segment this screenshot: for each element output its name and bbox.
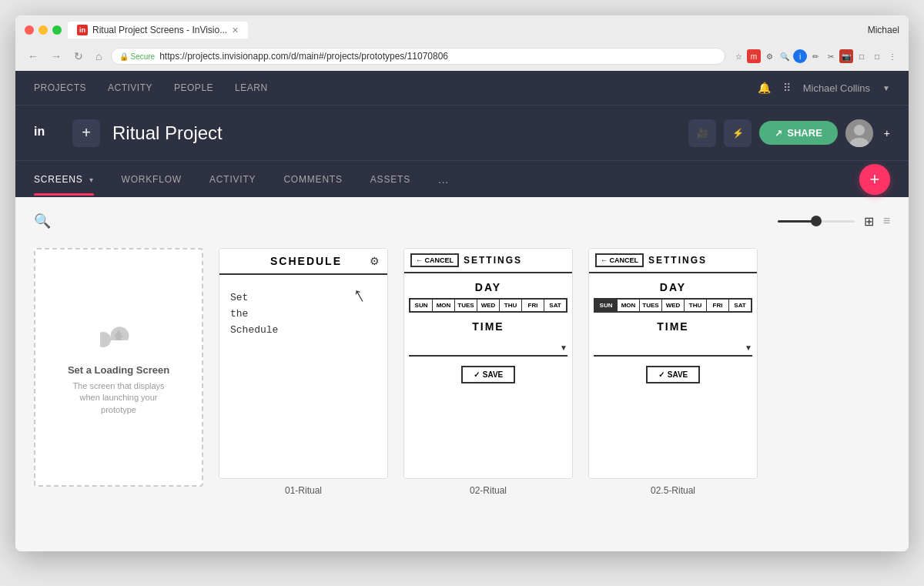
screen-card-02[interactable]: ← CANCEL SETTINGS DAY SUN MON TUES WED T… <box>403 248 573 496</box>
save-btn-025: ✓ SAVE <box>646 366 701 383</box>
browser-action-icons: ☆ m ⚙ 🔍 i ✏ ✂ 📷 □ □ ⋮ <box>732 49 899 63</box>
browser-toolbar: ← → ↻ ⌂ 🔒 Secure https://projects.invisi… <box>15 45 909 71</box>
apps-grid-icon[interactable]: ⠿ <box>783 82 791 94</box>
extension-icon-4[interactable]: i <box>793 49 807 63</box>
extension-icon-6[interactable]: ✂ <box>824 49 838 63</box>
maximize-dot[interactable] <box>52 25 62 35</box>
app-user-name[interactable]: Michael Collins <box>803 82 870 94</box>
avatar-image <box>845 119 873 147</box>
browser-tab[interactable]: in Ritual Project Screens - InVisio... ✕ <box>68 22 248 39</box>
extension-icon-3[interactable]: 🔍 <box>778 49 792 63</box>
add-new-screen-btn[interactable]: + <box>859 164 890 195</box>
tab-activity[interactable]: ACTIVITY <box>209 174 256 196</box>
placeholder-title: Set a Loading Screen <box>68 364 169 376</box>
extension-icon-9[interactable]: □ <box>870 49 884 63</box>
extension-icon-8[interactable]: □ <box>855 49 869 63</box>
size-slider[interactable] <box>778 220 855 223</box>
bookmark-icon[interactable]: ☆ <box>732 49 745 63</box>
settings-label-025: SETTINGS <box>648 255 707 266</box>
tab-workflow[interactable]: WORKFLOW <box>122 174 182 196</box>
plus-icon: + <box>82 124 91 142</box>
nav-activity[interactable]: ACTIVITY <box>108 79 152 96</box>
top-nav: PROJECTS ACTIVITY PEOPLE LEARN 🔔 ⠿ Micha… <box>15 71 909 105</box>
time-dropdown-icon-025: ▼ <box>745 343 752 352</box>
screen-card-01[interactable]: SCHEDULE ⚙ ↑ SettheSchedule 01-Ritual <box>219 248 388 496</box>
day-sat-025: SAT <box>729 300 751 311</box>
sketch-cancel-bar-025: ← CANCEL SETTINGS <box>589 249 757 273</box>
day-label-02: DAY <box>404 281 572 293</box>
lightning-icon: ⚡ <box>732 128 744 139</box>
loading-screen-placeholder[interactable]: Set a Loading Screen The screen that dis… <box>34 248 203 487</box>
extension-icon-5[interactable]: ✏ <box>808 49 822 63</box>
day-tue-025: TUES <box>640 300 662 311</box>
lock-icon: 🔒 <box>119 52 129 61</box>
tab-title: Ritual Project Screens - InVisio... <box>92 25 227 35</box>
invision-favicon: in <box>77 25 88 35</box>
home-button[interactable]: ⌂ <box>92 49 105 64</box>
nav-projects[interactable]: PROJECTS <box>34 79 86 96</box>
share-button[interactable]: ↗ SHARE <box>759 121 838 145</box>
nav-learn[interactable]: LEARN <box>235 79 268 96</box>
time-label-02: TIME <box>404 320 572 333</box>
toolbar-right: ⊞ ≡ <box>778 214 890 229</box>
screen-thumb-025: ← CANCEL SETTINGS DAY SUN MON TUES WED T… <box>588 248 758 479</box>
minimize-dot[interactable] <box>38 25 48 35</box>
notification-icon[interactable]: 🔔 <box>758 82 771 94</box>
time-section-02: ▼ <box>409 340 567 357</box>
tab-assets[interactable]: ASSETS <box>370 174 410 196</box>
user-avatar[interactable] <box>845 119 873 147</box>
tab-bar: SCREENS ▾ WORKFLOW ACTIVITY COMMENTS ASS… <box>15 160 909 197</box>
tab-close-btn[interactable]: ✕ <box>232 25 239 35</box>
add-screen-plus-btn[interactable]: + <box>72 119 100 147</box>
lightning-button[interactable]: ⚡ <box>724 119 752 147</box>
share-icon: ↗ <box>775 128 782 139</box>
day-tue-02: TUES <box>455 300 477 311</box>
close-dot[interactable] <box>25 25 34 35</box>
nav-people[interactable]: PEOPLE <box>174 79 213 96</box>
browser-titlebar: in Ritual Project Screens - InVisio... ✕… <box>15 15 909 45</box>
plus-label[interactable]: + <box>884 127 890 139</box>
secure-label: Secure <box>130 52 155 61</box>
day-mon-02: MON <box>433 300 455 311</box>
day-thu-025: THU <box>685 300 707 311</box>
video-button[interactable]: 🎥 <box>688 119 716 147</box>
reload-button[interactable]: ↻ <box>71 49 86 64</box>
day-label-025: DAY <box>589 281 757 293</box>
save-btn-02: ✓ SAVE <box>461 366 516 383</box>
user-dropdown-icon[interactable]: ▼ <box>882 84 890 92</box>
tab-screens[interactable]: SCREENS ▾ <box>34 174 94 196</box>
extension-icon-1[interactable]: m <box>747 49 761 63</box>
address-bar[interactable]: 🔒 Secure https://projects.invisionapp.co… <box>111 48 725 65</box>
day-wed-025: WED <box>662 300 685 311</box>
content-area: 🔍 ⊞ ≡ S <box>15 197 909 551</box>
cancel-box-02: ← CANCEL <box>410 253 459 267</box>
screen-card-025[interactable]: ← CANCEL SETTINGS DAY SUN MON TUES WED T… <box>588 248 758 496</box>
search-icon[interactable]: 🔍 <box>34 213 51 229</box>
top-nav-right: 🔔 ⠿ Michael Collins ▼ <box>758 82 890 94</box>
extension-icon-10[interactable]: ⋮ <box>886 49 899 63</box>
extension-icon-7[interactable]: 📷 <box>839 49 853 63</box>
sketch-screen-02: ← CANCEL SETTINGS DAY SUN MON TUES WED T… <box>404 249 572 478</box>
content-toolbar: 🔍 ⊞ ≡ <box>34 213 890 229</box>
schedule-title: SCHEDULE <box>243 255 370 267</box>
day-sun-025: SUN <box>595 300 618 311</box>
browser-window: in Ritual Project Screens - InVisio... ✕… <box>15 15 909 551</box>
screen-thumb-01: SCHEDULE ⚙ ↑ SettheSchedule <box>219 248 388 479</box>
back-button[interactable]: ← <box>25 49 42 64</box>
tab-comments[interactable]: COMMENTS <box>283 174 342 196</box>
save-label-025: SAVE <box>668 370 688 379</box>
grid-view-btn[interactable]: ⊞ <box>864 214 874 229</box>
forward-button[interactable]: → <box>48 49 65 64</box>
app-body: PROJECTS ACTIVITY PEOPLE LEARN 🔔 ⠿ Micha… <box>15 71 909 551</box>
list-view-btn[interactable]: ≡ <box>883 214 890 228</box>
cloud-upload-icon <box>100 319 137 357</box>
day-wed-02: WED <box>477 300 500 311</box>
screen-name-02: 02-Ritual <box>470 485 507 496</box>
days-row-025: SUN MON TUES WED THU FRI SAT <box>594 298 752 313</box>
day-fri-025: FRI <box>707 300 729 311</box>
tab-more[interactable]: ... <box>438 173 449 196</box>
extension-icon-2[interactable]: ⚙ <box>762 49 776 63</box>
project-title: Ritual Project <box>112 122 688 144</box>
camera-icon: 🎥 <box>697 128 708 139</box>
screen-name-01: 01-Ritual <box>285 485 322 496</box>
